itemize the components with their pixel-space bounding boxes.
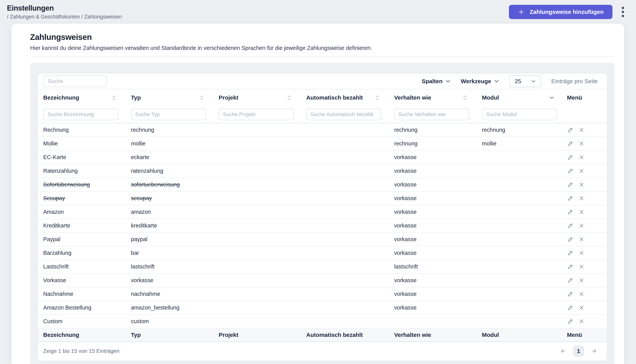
table-row: Molliemollierechnungmollie <box>38 137 607 150</box>
delete-button[interactable] <box>578 236 585 243</box>
breadcrumb[interactable]: / Zahlungen & Geschäftskonten / Zahlungs… <box>7 14 122 20</box>
edit-icon <box>567 154 573 160</box>
edit-icon <box>567 182 573 188</box>
delete-button[interactable] <box>578 290 585 298</box>
edit-icon <box>567 127 573 133</box>
filter-input-bezeichnung[interactable] <box>43 108 118 120</box>
column-header-projekt: Projekt <box>213 328 301 342</box>
cell-menu <box>564 301 607 314</box>
cell-verhalten_wie: vorkasse <box>389 274 477 287</box>
edit-icon <box>567 250 573 256</box>
column-header-verhalten-wie[interactable]: Verhalten wie <box>389 89 477 106</box>
edit-button[interactable] <box>567 276 574 284</box>
filter-cell <box>301 106 389 123</box>
cell-value: rechnung <box>131 127 154 133</box>
cell-bezeichnung: Amazon Bestellung <box>38 301 126 314</box>
cell-automatisch_bezahlt <box>301 246 389 260</box>
edit-button[interactable] <box>567 290 574 298</box>
cell-value: mollie <box>131 140 146 147</box>
edit-icon <box>567 168 573 174</box>
edit-button[interactable] <box>567 140 574 147</box>
section-subtitle: Hier kannst du deine Zahlungsweisen verw… <box>30 45 614 51</box>
edit-icon <box>567 236 573 242</box>
pagination: 1 <box>559 346 598 357</box>
cell-projekt <box>213 205 301 218</box>
edit-button[interactable] <box>567 236 574 243</box>
cell-projekt <box>213 301 301 314</box>
tools-dropdown[interactable]: Werkzeuge <box>461 78 499 84</box>
table-footer-header-row: BezeichnungTypProjektAutomatisch bezahlt… <box>38 328 607 342</box>
arrow-right-icon <box>590 348 598 354</box>
column-header-projekt[interactable]: Projekt <box>213 89 301 106</box>
filter-input-projekt[interactable] <box>219 108 294 120</box>
columns-dropdown-label: Spalten <box>422 78 443 84</box>
page-size-select[interactable]: 25 <box>509 75 541 87</box>
filter-input-typ[interactable] <box>131 108 206 120</box>
delete-button[interactable] <box>578 154 585 161</box>
edit-button[interactable] <box>567 154 574 161</box>
cell-value: Ratenzahlung <box>43 168 78 174</box>
sort-icon <box>288 95 291 100</box>
cell-automatisch_bezahlt <box>301 137 389 150</box>
add-payment-method-button[interactable]: Zahlungsweise hinzufügen <box>509 5 612 19</box>
table-row: Secupaysecupayvorkasse <box>38 192 607 205</box>
cell-modul <box>477 233 564 246</box>
search-input[interactable] <box>43 76 107 87</box>
kebab-menu-icon[interactable] <box>620 6 625 18</box>
filter-input-automatisch-bezahlt[interactable] <box>306 108 381 120</box>
cell-typ: mollie <box>126 137 213 150</box>
column-header-bezeichnung[interactable]: Bezeichnung <box>38 89 126 106</box>
filter-input-modul[interactable] <box>482 108 557 120</box>
delete-button[interactable] <box>578 208 585 216</box>
cell-value: Kreditkarte <box>43 222 70 229</box>
delete-button[interactable] <box>578 140 585 147</box>
delete-button[interactable] <box>578 126 585 134</box>
cell-menu <box>564 178 607 191</box>
add-payment-method-label: Zahlungsweise hinzufügen <box>530 9 604 15</box>
cell-verhalten_wie: vorkasse <box>389 233 477 246</box>
edit-button[interactable] <box>567 318 574 325</box>
delete-button[interactable] <box>578 263 585 270</box>
edit-button[interactable] <box>567 222 574 230</box>
edit-button[interactable] <box>567 181 574 188</box>
delete-button[interactable] <box>578 277 585 284</box>
cell-typ: vorkasse <box>126 274 213 287</box>
cell-value: ratenzahlung <box>131 168 163 174</box>
column-header-label: Modul <box>482 332 499 338</box>
cell-verhalten_wie <box>389 315 477 328</box>
column-header-modul[interactable]: Modul <box>477 89 564 106</box>
cell-value: mollie <box>482 140 497 147</box>
delete-button[interactable] <box>578 222 585 229</box>
column-header-menue: Menü <box>564 89 607 106</box>
delete-button[interactable] <box>578 195 585 202</box>
cell-value: nachnahme <box>131 291 160 297</box>
edit-button[interactable] <box>567 263 574 270</box>
chevron-down-icon <box>531 80 536 83</box>
cell-verhalten_wie: vorkasse <box>389 219 477 232</box>
page-number-button[interactable]: 1 <box>573 346 584 357</box>
next-page-button[interactable] <box>589 348 598 355</box>
columns-dropdown[interactable]: Spalten <box>422 78 450 84</box>
column-header-automatisch-bezahlt[interactable]: Automatisch bezahlt <box>301 89 389 106</box>
column-header-label: Projekt <box>219 94 238 101</box>
delete-button[interactable] <box>578 250 585 256</box>
prev-page-button[interactable] <box>559 348 567 355</box>
edit-button[interactable] <box>567 126 574 134</box>
cell-value: Nachnahme <box>43 291 73 297</box>
cell-value: Mollie <box>43 140 58 147</box>
delete-button[interactable] <box>578 181 585 188</box>
edit-button[interactable] <box>567 167 574 175</box>
delete-button[interactable] <box>578 167 585 174</box>
edit-button[interactable] <box>567 304 574 312</box>
column-header-typ[interactable]: Typ <box>126 89 213 106</box>
edit-button[interactable] <box>567 208 574 216</box>
filter-input-verhalten-wie[interactable] <box>394 108 469 120</box>
edit-button[interactable] <box>567 249 574 257</box>
table-filter-row <box>38 106 607 123</box>
column-header-bezeichnung: Bezeichnung <box>38 328 126 342</box>
delete-button[interactable] <box>578 304 585 311</box>
edit-button[interactable] <box>567 194 574 202</box>
table-row: Kreditkartekreditkartevorkasse <box>38 219 607 233</box>
cell-verhalten_wie: vorkasse <box>389 164 477 178</box>
delete-button[interactable] <box>578 318 585 325</box>
